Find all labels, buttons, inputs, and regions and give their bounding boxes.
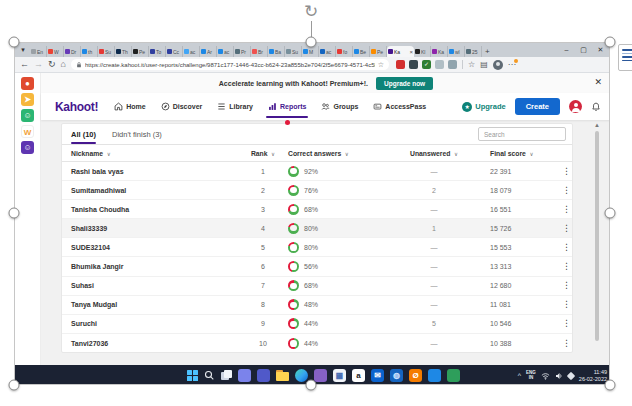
selection-handle-mid-left[interactable] [9,208,20,219]
rotate-handle-icon[interactable]: ↻ [304,3,318,20]
browser-tab[interactable]: Pe [132,46,149,57]
column-header-correct-answers[interactable]: Correct answers ∨ [288,150,392,157]
shortcut-w-app[interactable]: W [21,125,34,138]
browser-tab[interactable]: Pr [234,46,251,57]
browser-menu-icon[interactable]: ⋯ [508,60,516,69]
upgrade-now-button[interactable]: Upgrade now [376,77,433,90]
pen-battery-icon[interactable] [567,371,575,379]
layout-options-button[interactable] [618,44,632,71]
selection-handle-top-center[interactable] [306,37,317,48]
tab-close-icon[interactable]: × [409,49,413,55]
start-button[interactable] [187,370,198,381]
minimize-button[interactable]: – [558,43,575,57]
gray-extension-icon[interactable] [435,60,444,69]
browser-profile-avatar[interactable] [493,60,503,70]
round-extension-icon[interactable] [448,60,457,69]
row-menu-icon[interactable]: ⋮ [562,339,579,348]
column-header-rank[interactable]: Rank ∨ [238,150,288,157]
home-icon[interactable]: ⌂ [61,60,66,69]
shortcut-green-app[interactable]: ☺ [21,109,34,122]
table-row[interactable]: Tanisha Choudha368%—16 551⋮ [62,200,572,219]
upgrade-button[interactable]: ★ Upgrade [462,102,505,112]
page-scrollbar[interactable] [595,131,599,341]
forward-icon[interactable]: → [34,60,43,69]
browser-tab[interactable]: Br [251,46,268,57]
maximize-button[interactable]: ▢ [575,43,592,57]
banner-close-icon[interactable]: ✕ [594,77,602,87]
browser-tab[interactable]: fo [336,46,353,57]
chat-icon[interactable] [238,369,251,382]
column-header-unanswered[interactable]: Unanswered ∨ [392,150,476,157]
create-button[interactable]: Create [515,98,560,115]
browser-tab[interactable]: En [30,46,47,57]
browser-tab[interactable]: W [47,46,64,57]
blue-app-icon[interactable] [428,369,441,382]
table-row[interactable]: Sumitamadhiwal276%218 079⋮ [62,181,572,200]
browser-tab[interactable]: Cc [166,46,183,57]
globe-app-icon[interactable]: ◍ [390,369,403,382]
taskbar-clock[interactable]: 11:49 26-02-2022 [579,369,607,382]
purple-app-icon[interactable] [314,369,327,382]
row-menu-icon[interactable]: ⋮ [562,186,579,195]
browser-tab[interactable]: wl [448,46,465,57]
selection-handle-top-left[interactable] [9,37,20,48]
selection-handle-top-right[interactable] [605,37,616,48]
volume-icon[interactable] [555,372,563,380]
column-header-nickname[interactable]: Nickname ∨ [62,150,238,157]
browser-tab-active[interactable]: Ka× [387,46,414,57]
task-view-icon[interactable] [221,370,232,381]
tray-chevron-icon[interactable]: ^ [518,372,521,379]
shortcut-arrow-app[interactable]: ➤ [21,93,34,106]
nav-item-discover[interactable]: Discover [161,93,203,120]
favorite-star-icon[interactable]: ☆ [378,61,384,69]
kahoot-logo[interactable]: Kahoot! [55,100,98,114]
browser-tab[interactable]: ac [319,46,336,57]
user-avatar[interactable] [569,100,582,113]
report-tab[interactable]: All (10) [71,130,96,144]
table-row[interactable]: Shali33339480%115 726⋮ [62,219,572,238]
file-explorer-icon[interactable] [276,370,289,381]
language-indicator[interactable]: ENG IN [526,371,536,381]
browser-tab[interactable]: Be [353,46,370,57]
nav-item-groups[interactable]: Groups [321,93,358,120]
browser-tab[interactable]: Pe [370,46,387,57]
row-menu-icon[interactable]: ⋮ [562,224,579,233]
nav-item-library[interactable]: Library [217,93,253,120]
row-menu-icon[interactable]: ⋮ [562,319,579,328]
browser-tab[interactable]: th [81,46,98,57]
browser-tab[interactable]: Ar [200,46,217,57]
browser-tab[interactable]: Su [285,46,302,57]
amazon-icon[interactable]: a [352,369,365,382]
table-row[interactable]: Tanvi270361044%—10 388⋮ [62,334,572,353]
shortcut-red-app[interactable]: ● [21,77,34,90]
browser-tab[interactable]: To [149,46,166,57]
notifications-bell-icon[interactable] [591,98,601,116]
browser-tab[interactable]: Ka [431,46,448,57]
collections-icon[interactable]: ▤ [480,60,488,69]
wifi-icon[interactable] [541,372,550,380]
green-app-icon[interactable] [447,369,460,382]
row-menu-icon[interactable]: ⋮ [562,300,579,309]
dark-extension-icon[interactable] [409,60,418,69]
refresh-icon[interactable]: ↻ [48,60,56,69]
shortcut-purple-app[interactable]: ☺ [21,141,34,154]
table-row[interactable]: Rashi bala vyas192%—22 391⋮ [62,162,572,181]
check-extension-icon[interactable]: ✓ [422,60,431,69]
row-menu-icon[interactable]: ⋮ [562,243,579,252]
favorites-icon[interactable]: ☆ [468,60,475,69]
taskbar-search-icon[interactable] [204,370,215,381]
selection-handle-bottom-left[interactable] [9,380,20,391]
table-row[interactable]: Tanya Mudgal848%—11 081⋮ [62,296,572,315]
new-tab-button[interactable]: + [485,47,490,56]
browser-tab[interactable]: Th [115,46,132,57]
scroll-up-icon[interactable]: ▲ [594,122,600,128]
row-menu-icon[interactable]: ⋮ [562,262,579,271]
selection-handle-bottom-right[interactable] [605,380,616,391]
teams-icon[interactable] [257,369,270,382]
table-row[interactable]: SUDE32104580%—15 553⋮ [62,238,572,257]
row-menu-icon[interactable]: ⋮ [562,281,579,290]
selection-handle-bottom-center[interactable] [306,380,317,391]
row-menu-icon[interactable]: ⋮ [562,167,579,176]
browser-tab[interactable]: Su [98,46,115,57]
browser-tab[interactable]: ac [183,46,200,57]
